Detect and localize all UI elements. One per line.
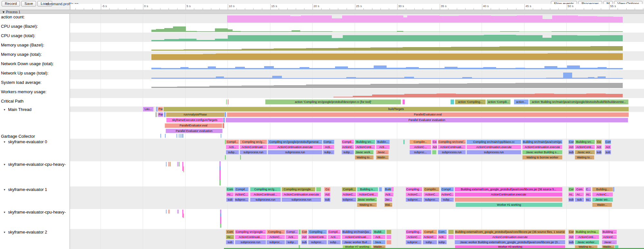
event-bar[interactable] [223, 118, 225, 123]
event-bar[interactable]: skyframeExecutor.configureTargets [166, 118, 223, 123]
event-bar[interactable]: Com [226, 187, 234, 192]
event-bar[interactable]: Par [158, 112, 163, 117]
event-bar[interactable]: Compil... [341, 140, 354, 144]
event-bar[interactable]: subp... [438, 240, 447, 244]
event-bar[interactable]: Compil... [423, 230, 437, 234]
event-bar[interactable]: Com [605, 140, 611, 144]
event-bar[interactable]: runAnalysisPhase [166, 112, 225, 117]
event-bar[interactable]: ActionContinuati... [235, 235, 266, 239]
event-bar[interactable]: Co [324, 187, 331, 192]
event-bar[interactable]: Acti... [372, 235, 386, 239]
event-bar[interactable]: ActionConti... [355, 145, 375, 149]
event-bar[interactable]: Building src/ma... [575, 230, 599, 234]
event-bar[interactable]: Acti... [226, 145, 239, 149]
event-bar[interactable]: sub [575, 197, 584, 202]
event-bar[interactable]: Com [226, 230, 234, 234]
event-bar[interactable]: sub [596, 150, 602, 154]
event-bar[interactable]: Act [605, 145, 611, 149]
event-bar[interactable] [299, 230, 301, 234]
event-bar[interactable]: Par [158, 107, 163, 112]
event-bar[interactable]: Comp... [323, 140, 334, 144]
event-bar[interactable]: Ac... [575, 192, 584, 197]
event-bar[interactable] [455, 197, 562, 202]
event-bar[interactable]: Ac... [226, 192, 234, 197]
event-bar[interactable]: ActionC... [342, 192, 356, 197]
event-bar[interactable]: subproc... [409, 150, 431, 154]
event-bar[interactable] [155, 112, 157, 117]
event-bar[interactable]: Build... [384, 187, 391, 192]
event-bar[interactable]: subp... [285, 240, 298, 244]
event-bar[interactable]: ActionContinuation.execute [455, 192, 562, 197]
event-bar[interactable]: ActionC... [234, 192, 249, 197]
event-bar[interactable] [386, 235, 391, 239]
event-bar[interactable] [450, 99, 454, 105]
event-bar[interactable]: Building src/main/jav... [342, 230, 372, 234]
event-bar[interactable]: subprocess.run [235, 240, 266, 244]
event-bar[interactable]: Wai... [384, 203, 392, 207]
event-bar[interactable] [402, 99, 405, 105]
event-bar[interactable]: ActionContinuation.execute [522, 145, 562, 149]
event-bar[interactable]: Building src... [575, 140, 595, 144]
event-bar[interactable]: Javac... [376, 150, 389, 154]
event-bar[interactable] [225, 112, 226, 117]
event-bar[interactable]: action 'Compiling... [455, 99, 486, 105]
event-bar[interactable]: sub [301, 240, 307, 244]
event-bar[interactable] [448, 230, 454, 234]
event-bar[interactable]: ActionConti... [575, 235, 599, 239]
event-bar[interactable]: Javac worker Building s... [522, 150, 562, 154]
event-bar[interactable]: action 'Compiling src/google/protobuf/de… [265, 99, 401, 105]
event-bar[interactable]: Lau... [143, 107, 154, 112]
event-bar[interactable]: Compiling src/g... [240, 140, 267, 144]
event-bar[interactable]: Co [432, 140, 437, 144]
sidebar-item-skyframe-evaluator-0[interactable]: ▼skyframe-evaluator 0 [3, 139, 47, 144]
event-bar[interactable]: Javac worker Buil... [342, 240, 372, 244]
sidebar-item-cpu-heavy-2[interactable]: ▼skyframe-evaluator-cpu-heavy- [3, 210, 66, 214]
event-bar[interactable]: subprocess.run [282, 197, 321, 202]
event-bar[interactable]: Compiling src/google/protobuf/generat... [268, 140, 322, 144]
event-bar[interactable]: Building... [592, 187, 613, 192]
event-bar[interactable]: action 'Compili... [486, 99, 511, 105]
timeline-ruler[interactable]: -5 s0 s5 s10 s15 s20 s25 s30 s35 s40 s45… [70, 4, 644, 10]
event-bar[interactable]: Waiting to... [355, 155, 374, 160]
event-bar[interactable]: Waitin... [592, 203, 612, 207]
event-bar[interactable]: ActionC... [423, 192, 439, 197]
event-bar[interactable] [379, 187, 382, 192]
event-bar[interactable]: Com [568, 140, 574, 144]
event-bar[interactable]: Compiling... [406, 230, 422, 234]
event-bar[interactable] [386, 230, 391, 234]
event-bar[interactable]: Act [301, 235, 307, 239]
event-bar[interactable]: Act [596, 145, 602, 149]
event-bar[interactable]: Acti... [384, 192, 394, 197]
event-bar[interactable]: ActionContinuati... [342, 235, 372, 239]
event-bar[interactable] [156, 107, 158, 112]
event-bar[interactable]: Act [568, 145, 574, 149]
event-bar[interactable]: Act [432, 145, 437, 149]
sidebar-item-main-thread[interactable]: ▼Main Thread [3, 107, 32, 112]
event-bar[interactable]: Ac... [568, 192, 574, 197]
event-bar[interactable]: Building src... [355, 140, 375, 144]
event-bar[interactable]: subproc... [234, 197, 249, 202]
event-bar[interactable]: ActionContinuation.execute [268, 145, 322, 149]
event-bar[interactable]: Ac... [585, 192, 591, 197]
event-bar[interactable]: ActionC... [423, 235, 437, 239]
event-bar[interactable]: Acti... [438, 235, 447, 239]
event-bar[interactable]: Compili... [342, 187, 356, 192]
event-bar[interactable]: subp... [328, 240, 341, 244]
event-bar[interactable] [432, 150, 437, 154]
event-bar[interactable]: ActionContinuati... [240, 145, 267, 149]
event-bar[interactable]: Waitin... [376, 155, 389, 160]
event-bar[interactable]: Waiting to... [575, 155, 594, 160]
event-bar[interactable]: Javac work... [355, 150, 374, 154]
event-bar[interactable]: ActionContinuation.execute [455, 235, 565, 239]
event-bar[interactable]: Compil... [328, 230, 341, 234]
event-bar[interactable]: Compiling... [266, 230, 285, 234]
event-bar[interactable] [164, 112, 166, 117]
event-bar[interactable]: Waiting to borrow worker [522, 155, 562, 160]
event-bar[interactable]: su... [585, 197, 591, 202]
event-bar[interactable]: ActionC... [441, 192, 454, 197]
event-bar[interactable]: Com [301, 230, 307, 234]
event-bar[interactable]: sub [226, 240, 234, 244]
event-bar[interactable]: Building external/com_google_protobuf/ja… [455, 230, 565, 234]
event-bar[interactable]: Compilin... [423, 187, 439, 192]
event-bar[interactable]: ActionC... [406, 235, 422, 239]
